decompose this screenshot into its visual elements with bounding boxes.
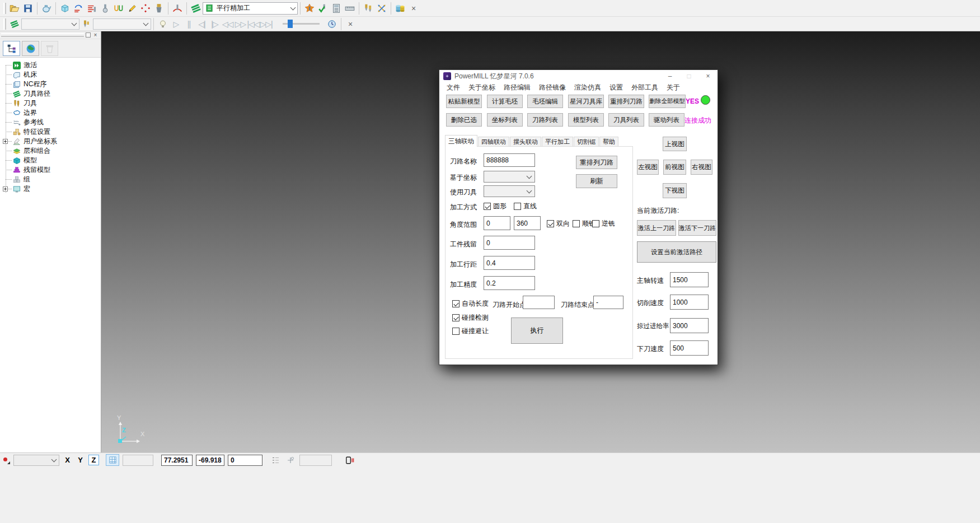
- tree-item-stock-models[interactable]: 残留模型: [0, 165, 101, 175]
- sim-toolpath-combobox[interactable]: [21, 18, 79, 30]
- feed-rate-icon[interactable]: [85, 2, 99, 15]
- coord-list-button[interactable]: 坐标列表: [487, 113, 523, 127]
- view-front-button[interactable]: 前视图: [663, 160, 686, 175]
- clipboard-pause-icon[interactable]: [344, 455, 355, 465]
- plunge-speed-input[interactable]: 500: [670, 340, 709, 356]
- edit-toolpath-icon[interactable]: [125, 2, 139, 15]
- pause-icon[interactable]: ||: [182, 20, 195, 29]
- toolpath-burst-icon[interactable]: [303, 2, 316, 15]
- view-right-button[interactable]: 右视图: [691, 160, 712, 175]
- angle-to-input[interactable]: 360: [514, 216, 541, 230]
- tolerance-input[interactable]: 0.2: [484, 276, 535, 290]
- menu-coords[interactable]: 关于坐标: [468, 83, 495, 92]
- menu-settings[interactable]: 设置: [609, 83, 623, 92]
- expand-icon[interactable]: [3, 139, 8, 144]
- tab-swivel[interactable]: 摆头联动: [510, 137, 541, 147]
- end-point-input[interactable]: -: [593, 296, 623, 309]
- tool-holder-icon[interactable]: [152, 2, 166, 15]
- view-bottom-button[interactable]: 下视图: [663, 183, 687, 198]
- drive-list-button[interactable]: 驱动列表: [649, 113, 684, 127]
- axis-x-button[interactable]: X: [63, 455, 72, 465]
- tool-arc-icon[interactable]: [171, 2, 184, 15]
- tree-item-nc-program[interactable]: NC程序: [0, 80, 101, 89]
- tool-library-button[interactable]: 星河刀具库: [568, 95, 604, 108]
- activate-next-button[interactable]: 激活下一刀路: [678, 220, 716, 236]
- auto-length-checkbox[interactable]: 自动长度: [452, 299, 489, 309]
- view-left-button[interactable]: 左视图: [637, 160, 659, 175]
- model-list-button[interactable]: 模型列表: [568, 113, 604, 127]
- stepover-input[interactable]: 0.4: [484, 256, 535, 270]
- tool-pair-icon[interactable]: [362, 2, 375, 15]
- menu-file[interactable]: 文件: [447, 83, 460, 92]
- bidirectional-checkbox[interactable]: 双向: [547, 219, 570, 228]
- paste-new-model-button[interactable]: 粘贴新模型: [446, 95, 482, 108]
- delete-selected-button[interactable]: 删除已选: [446, 113, 482, 127]
- points-icon[interactable]: [139, 2, 152, 15]
- axis-y-button[interactable]: Y: [76, 455, 85, 465]
- go-end-icon[interactable]: ▷▷|: [260, 20, 273, 29]
- tree-item-groups[interactable]: 组: [0, 175, 101, 184]
- verify-icon[interactable]: [316, 2, 330, 15]
- spindle-speed-input[interactable]: 1500: [670, 272, 709, 287]
- collision-avoid-checkbox[interactable]: 碰撞避让: [452, 326, 489, 336]
- toolpath-strategy-icon[interactable]: [72, 2, 85, 15]
- tree-item-macros[interactable]: 宏: [0, 184, 101, 194]
- angle-from-input[interactable]: 0: [484, 216, 510, 230]
- float-panel-icon[interactable]: [86, 32, 91, 38]
- mode-circle-checkbox[interactable]: 圆形: [484, 202, 507, 211]
- coord-y-field[interactable]: -69.918: [196, 455, 224, 466]
- expand-icon[interactable]: [3, 186, 8, 192]
- speed-slider[interactable]: [283, 23, 320, 25]
- calculator-icon[interactable]: [330, 2, 343, 15]
- lightbulb-icon[interactable]: [156, 17, 170, 31]
- play-icon[interactable]: ▷: [170, 20, 182, 29]
- transform-icon[interactable]: [375, 2, 388, 15]
- open-icon[interactable]: [8, 2, 21, 15]
- tree-item-models[interactable]: 模型: [0, 156, 101, 165]
- tree-item-tools[interactable]: 刀具: [0, 99, 101, 108]
- tab-3axis[interactable]: 三轴联动: [445, 135, 477, 147]
- tool-select[interactable]: [484, 185, 535, 197]
- speed-slider-handle[interactable]: [288, 20, 293, 28]
- coord-x-field[interactable]: 77.2951: [161, 455, 193, 466]
- save-icon[interactable]: [21, 2, 35, 15]
- grid-toggle-button[interactable]: [106, 454, 119, 466]
- jog-icon[interactable]: [285, 455, 296, 465]
- refresh-button[interactable]: 刷新: [576, 174, 617, 188]
- tree-item-toolpaths[interactable]: 刀具路径: [0, 89, 101, 99]
- menu-about[interactable]: 关于: [667, 83, 680, 92]
- tree-item-patterns[interactable]: 参考线: [0, 118, 101, 127]
- calc-stock-button[interactable]: 计算毛坯: [487, 95, 523, 108]
- strategy-combobox[interactable]: 平行精加工: [203, 2, 298, 15]
- tab-help[interactable]: 帮助: [599, 137, 618, 147]
- conventional-checkbox[interactable]: 逆铣: [592, 219, 615, 228]
- statusbar-combobox[interactable]: [13, 455, 59, 466]
- cutting-speed-input[interactable]: 1000: [670, 295, 709, 310]
- sim-tool-combobox[interactable]: [93, 18, 151, 30]
- menu-path-mirror[interactable]: 路径镜像: [539, 83, 566, 92]
- tree-item-feature-sets[interactable]: 特征设置: [0, 127, 101, 137]
- record-dot-icon[interactable]: [2, 456, 10, 465]
- ball-tool-icon[interactable]: [99, 2, 112, 15]
- close-icon[interactable]: ×: [407, 2, 420, 15]
- toolpath-name-input[interactable]: 888888: [484, 153, 535, 167]
- tab-parallel[interactable]: 平行加工: [542, 137, 573, 147]
- skim-feed-input[interactable]: 3000: [670, 318, 709, 333]
- step-forward-icon[interactable]: |▷: [208, 20, 221, 29]
- tab-4axis[interactable]: 四轴联动: [478, 137, 509, 147]
- activate-prev-button[interactable]: 激活上一刀路: [637, 220, 676, 236]
- fast-forward-icon[interactable]: ▷▷: [234, 20, 247, 29]
- snap-field[interactable]: [123, 455, 153, 466]
- toolbar-grip[interactable]: [3, 3, 6, 14]
- rearrange-button[interactable]: 重排列刀路: [576, 156, 617, 169]
- execute-button[interactable]: 执行: [511, 317, 563, 344]
- coord-z-field[interactable]: 0: [228, 455, 262, 466]
- tree-item-activate[interactable]: 激活: [0, 60, 101, 70]
- tab-explorer-web[interactable]: [22, 41, 39, 56]
- leads-links-icon[interactable]: [112, 2, 125, 15]
- close-icon[interactable]: ×: [344, 17, 357, 31]
- stock-edit-button[interactable]: 毛坯编辑: [527, 95, 563, 108]
- ruler-icon[interactable]: [343, 2, 357, 15]
- stock-cylinders-icon[interactable]: [393, 2, 407, 15]
- panel-grip[interactable]: ×: [0, 31, 101, 39]
